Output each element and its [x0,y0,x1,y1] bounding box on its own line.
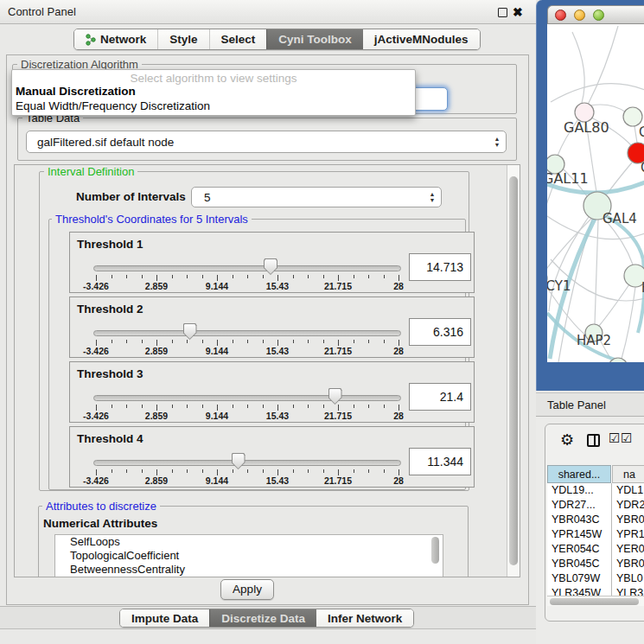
tick-mark [247,340,248,343]
tick-mark [96,275,97,281]
tick-mark [142,275,143,278]
cell-name: YPR1 [616,527,644,542]
column-header-name[interactable]: na [612,465,644,483]
network-edge[interactable] [588,26,618,105]
gear-icon[interactable]: ⚙ [560,430,574,450]
horizontal-scrollbar-track[interactable] [547,596,644,606]
tick-label: -3.426 [70,411,122,421]
horizontal-scrollbar-thumb[interactable] [550,598,639,605]
tab-select[interactable]: Select [209,29,267,49]
tick-mark [399,340,399,346]
tick-mark [217,405,218,411]
table-row[interactable]: YDR27...YDR2 [547,498,644,513]
table-row[interactable]: YBL079WYBL0 [547,571,644,586]
tab-infer-network[interactable]: Infer Network [316,609,413,627]
tick-label: 15.43 [252,346,303,356]
top-tab-bar: Network Style Select Cyni Toolbox jActiv… [73,29,481,50]
table-row[interactable]: YDL19...YDL1 [547,483,644,498]
table-row[interactable]: YLR345WYLR3 [547,586,644,596]
threshold-slider-track[interactable] [93,460,401,466]
tick-mark [142,340,143,343]
zoom-traffic-light-icon[interactable] [593,10,604,21]
threshold-value-field[interactable]: 21.4 [409,383,471,411]
close-traffic-light-icon[interactable] [555,10,566,21]
table-row[interactable]: YER054CYER0 [547,542,644,557]
threshold-slider-thumb[interactable] [232,453,245,469]
table-row[interactable]: YBR045CYBR0 [547,557,644,571]
threshold-slider-track[interactable] [93,265,401,271]
network-edge[interactable] [622,287,635,359]
threshold-value-field[interactable]: 6.316 [409,318,471,346]
threshold-label: Threshold 3 [77,367,143,380]
tick-mark [354,340,354,343]
attribute-list-item[interactable]: SelfLoops [55,535,443,549]
threshold-slider-track[interactable] [93,395,401,401]
dropdown-item-manual[interactable]: Manual Discretization [12,85,415,99]
threshold-value-field[interactable]: 11.344 [409,448,471,475]
tick-mark [308,469,309,473]
checkbox-columns-icon[interactable]: ☑ [609,430,620,446]
table-data-combo[interactable]: galFiltered.sif default node ▲▼ [26,131,507,153]
network-node[interactable] [623,107,642,126]
tick-mark [277,469,278,475]
tick-mark [112,340,112,343]
threshold-slider-thumb[interactable] [264,258,277,275]
tick-mark [368,340,369,343]
network-edge[interactable] [551,84,644,102]
table-row[interactable]: YPR145WYPR1 [547,527,644,542]
tick-mark [338,340,339,346]
dropdown-item-equal-width[interactable]: Equal Width/Frequency Discretization [12,99,415,114]
mac-window-titlebar[interactable] [547,5,644,24]
tab-impute-data[interactable]: Impute Data [120,609,209,627]
tick-mark [323,340,324,343]
column-header-shared-name[interactable]: shared... [547,465,611,483]
tick-mark [96,469,97,475]
tick-mark [233,405,233,408]
network-canvas[interactable]: GAL80GACGAL11GAL4GCY1HHAP2 [547,24,644,362]
threshold-slider-track[interactable] [93,330,401,336]
threshold-slider-thumb[interactable] [328,388,342,405]
tick-mark [202,340,203,343]
tick-mark [217,469,218,475]
tick-mark [263,340,264,343]
tick-mark [293,340,294,343]
tab-discretize-data[interactable]: Discretize Data [209,609,316,627]
cell-shared-name: YLR345W [552,586,601,596]
attribute-list-item[interactable]: BetweennessCentrality [55,563,443,577]
combo-arrows-icon: ▲▼ [488,136,506,148]
network-edge[interactable] [599,284,629,326]
network-icon [86,34,96,46]
cell-shared-name: YDR27... [552,498,596,513]
tick-label: 15.43 [252,281,303,291]
cell-name: YDL1 [616,483,643,498]
network-node-label: GAL80 [564,119,609,136]
tick-mark [96,340,97,346]
tab-network[interactable]: Network [74,29,157,49]
threshold-value-field[interactable]: 14.713 [409,253,471,281]
vertical-scrollbar-thumb[interactable] [509,176,518,565]
tick-label: 2.859 [131,411,182,421]
tab-cyni-toolbox[interactable]: Cyni Toolbox [266,29,363,49]
threshold-box-4: Threshold 4-3.4262.8599.14415.4321.71528… [69,426,475,488]
table-row[interactable]: YBR043CYBR0 [547,513,644,527]
tick-mark [112,275,112,278]
tab-style[interactable]: Style [157,29,208,49]
network-graph: GAL80GACGAL11GAL4GCY1HHAP2 [547,24,644,362]
network-edge[interactable] [634,126,637,143]
tab-jactivemnodules[interactable]: jActiveMNodules [363,29,480,49]
network-edge[interactable] [595,220,598,324]
threshold-slider-thumb[interactable] [183,323,197,340]
attribute-list-item[interactable]: TopologicalCoefficient [55,549,443,563]
minimize-traffic-light-icon[interactable] [574,10,585,21]
split-view-icon[interactable] [587,434,600,447]
apply-button[interactable]: Apply [220,579,274,600]
network-edge[interactable] [572,32,584,103]
attributes-list-scrollbar[interactable] [431,537,439,564]
checkbox-rows-icon[interactable]: ☑ [621,430,632,446]
numerical-attributes-list[interactable]: SelfLoopsTopologicalCoefficientBetweenne… [54,534,443,577]
close-icon[interactable]: ✖ [513,0,523,24]
network-edge[interactable] [590,105,626,112]
float-icon[interactable] [498,8,507,17]
cell-name: YBL0 [616,571,643,586]
number-of-intervals-combo[interactable]: 5 ▲▼ [191,187,442,207]
